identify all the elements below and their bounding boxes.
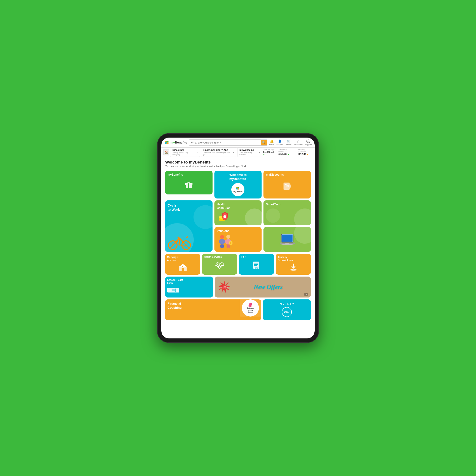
tile-health-services[interactable]: Health Services [202, 254, 237, 275]
search-button[interactable]: 🔍 [261, 139, 267, 146]
nav-wellbeing[interactable]: myWellbeing Your wellbeing matters ▾ [237, 148, 262, 157]
basket-icon[interactable]: 🛒 Basket [286, 139, 291, 146]
svg-rect-52 [285, 243, 289, 244]
tablet-device: myBenefits 🔍 🔔 Alerts 👤 Account 🛒 B [157, 133, 319, 343]
svg-point-80 [250, 304, 250, 304]
grid-row-1: myBenefits [165, 171, 311, 199]
svg-text:THIS: THIS [223, 285, 226, 287]
new-offers-text: New Offers [254, 284, 283, 290]
tile-mydiscounts-label: myDiscounts [266, 173, 284, 176]
welcome-logo-bubble: myBenefits [231, 183, 244, 196]
smarttech-circle [294, 227, 311, 244]
tile-cycle-label: Cycleto Work [168, 203, 180, 212]
smarttech-bg-circle [294, 208, 311, 225]
svg-rect-37 [221, 244, 222, 248]
account-icon[interactable]: 👤 Account [276, 139, 283, 146]
svg-rect-56 [254, 263, 258, 263]
tile-new-offers[interactable]: THIS MONTH'S New Offers ⏸ [215, 276, 311, 298]
search-bar[interactable]: 🔍 [189, 139, 267, 146]
nav-discounts[interactable]: Discounts Saving you money everyday ▾ [170, 148, 200, 157]
header-icons: 🔔 Alerts 👤 Account 🛒 Basket ☆ Favourites… [269, 139, 312, 146]
search-input[interactable] [189, 141, 261, 144]
svg-rect-35 [219, 240, 221, 243]
tile-health-cash-plan[interactable]: HealthCash Plan [214, 200, 262, 225]
tile-welcome[interactable]: Welcome tomyBenefits [214, 171, 262, 199]
tile-tenancy-label: TenancyDeposit Loan [278, 255, 293, 262]
svg-rect-41 [225, 240, 227, 243]
tile-season-label: Season TicketLoan [167, 278, 183, 285]
nav-smartspending[interactable]: SmartSpending™ App Download to start sav… [201, 148, 236, 157]
tile-welcome-label: Welcome tomyBenefits [229, 173, 247, 181]
smarttech-bg-circle2 [266, 208, 280, 223]
svg-rect-58 [254, 265, 257, 266]
tile-season-ticket[interactable]: Season TicketLoan [165, 276, 213, 298]
cycle-bike-area [168, 212, 191, 252]
svg-rect-36 [223, 240, 225, 243]
tile-tenancy-deposit[interactable]: TenancyDeposit Loan $ [276, 254, 311, 275]
tenancy-icon-area: $ [278, 262, 309, 273]
svg-rect-38 [222, 244, 224, 248]
money-coach-area: OctopusMoneyCoach [240, 299, 261, 317]
svg-point-3 [166, 142, 169, 144]
main-content: Welcome to myBenefits You one-stop shop … [161, 157, 315, 339]
my-benefits-logo-small [235, 186, 241, 190]
tile-need-help[interactable]: Need help? 24/7 [263, 299, 311, 320]
svg-rect-43 [227, 244, 228, 248]
svg-text:MONTH'S: MONTH'S [221, 287, 228, 289]
tile-need-help-label: Need help? [280, 303, 294, 306]
svg-rect-73 [177, 291, 178, 291]
alerts-icon[interactable]: 🔔 Alerts [269, 139, 274, 146]
discount-tag-icon: % [282, 181, 292, 191]
tile-health-services-label: Health Services [204, 255, 222, 258]
tile-smarttech-label: SmartTech [266, 203, 280, 206]
grid-row-6: FinancialCoaching [165, 299, 311, 320]
favourites-icon[interactable]: ☆ Favourites [294, 139, 303, 146]
health-cash-icon [217, 210, 229, 222]
pause-button[interactable]: ⏸ [304, 293, 308, 296]
svg-rect-71 [177, 289, 178, 289]
cycle-bg-circle2 [193, 205, 213, 229]
svg-rect-70 [172, 289, 175, 291]
tile-mortgage-advisor[interactable]: MortgageAdvisor [165, 254, 200, 275]
tile-eap[interactable]: EAP EAP [239, 254, 274, 275]
home-button[interactable]: 🏠 [163, 149, 169, 155]
pensions-icon-area: $ [217, 233, 234, 249]
nav-bar: 🏠 Discounts Saving you money everyday ▾ … [161, 148, 315, 157]
logo-icon [164, 140, 170, 145]
money-arrow-icon: $ [289, 263, 298, 271]
financial-text-area: FinancialCoaching [165, 299, 240, 312]
tile-financial-coaching[interactable]: FinancialCoaching [165, 299, 261, 320]
page-subtitle: You one-stop shop for all of your benefi… [165, 165, 311, 168]
savings-summary: Total Savings £1,345.73 ● Approved cashb… [263, 149, 313, 156]
ticket-icon [167, 287, 179, 293]
grid-row-5: Season TicketLoan [165, 276, 311, 298]
tile-mybenefits-label: myBenefits [168, 173, 183, 176]
svg-rect-34 [220, 239, 224, 244]
svg-text:EAP: EAP [255, 267, 258, 269]
grid-rows-2-3: Cycleto Work [165, 200, 311, 252]
tile-mydiscounts[interactable]: myDiscounts % [263, 171, 311, 199]
support-icon[interactable]: 💬 Support [305, 139, 312, 146]
pensions-icon: $ [217, 234, 234, 248]
bicycle-icon [168, 231, 191, 250]
svg-point-14 [285, 184, 286, 185]
season-icon-area [167, 285, 179, 296]
tile-cycle-to-work[interactable]: Cycleto Work [165, 200, 213, 252]
page-title: Welcome to myBenefits [165, 160, 311, 165]
eap-doc-icon: EAP [252, 261, 261, 270]
tile-pensions[interactable]: Pensions [214, 227, 262, 252]
svg-rect-72 [177, 290, 178, 290]
house-icon [178, 263, 187, 272]
tile-smarttech[interactable]: SmartTech [263, 200, 311, 225]
health-cash-icon-area [217, 210, 231, 223]
tile-financial-label: FinancialCoaching [168, 302, 237, 310]
eap-icon-area: EAP [241, 258, 272, 273]
heart-ecg-icon [215, 261, 224, 270]
tile-mybenefits[interactable]: myBenefits [165, 171, 213, 194]
tile-pensions-label: Pensions [217, 229, 229, 233]
svg-marker-74 [218, 281, 231, 293]
tile-health-cash-label: HealthCash Plan [217, 203, 231, 210]
burst-shape: THIS MONTH'S [217, 280, 232, 294]
logo[interactable]: myBenefits [164, 140, 187, 145]
tile-smarttech-laptop[interactable] [263, 227, 311, 252]
